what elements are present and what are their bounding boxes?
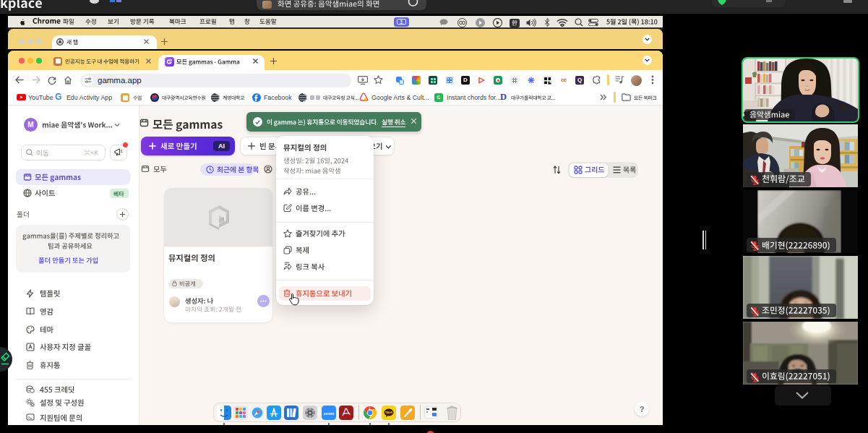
- svg-text:zoom: zoom: [324, 411, 334, 416]
- svg-text:TALK: TALK: [385, 411, 392, 414]
